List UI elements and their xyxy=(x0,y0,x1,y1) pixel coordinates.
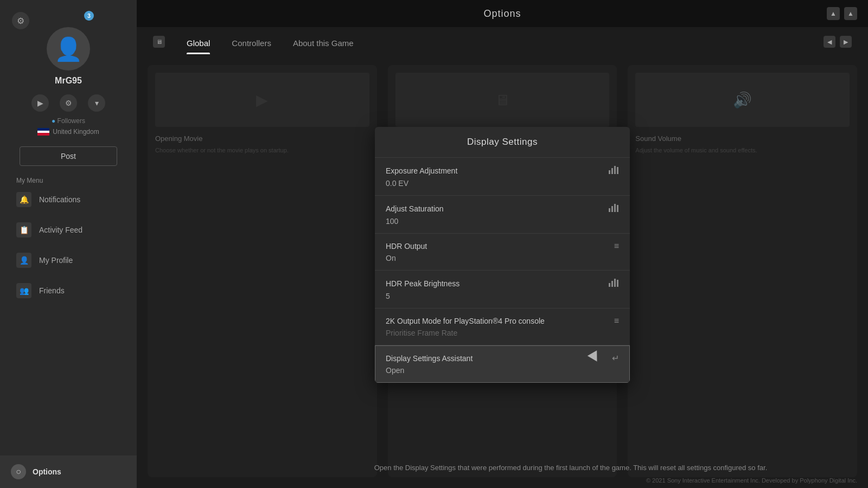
post-button[interactable]: Post xyxy=(20,146,117,166)
sidebar-item-friends[interactable]: 👥 Friends xyxy=(0,275,137,306)
svg-rect-5 xyxy=(611,206,613,212)
svg-rect-10 xyxy=(614,279,616,287)
tab-right-icon-right[interactable]: ▶ xyxy=(840,36,852,48)
display-tab-icon: 🖥 xyxy=(153,36,165,48)
dialog-title: Display Settings xyxy=(375,127,630,158)
controllers-tab-label: Controllers xyxy=(232,38,271,48)
my-menu-heading: My Menu xyxy=(0,177,43,184)
assistant-value: Open xyxy=(386,366,619,375)
dialog-row-2k-output[interactable]: 2K Output Mode for PlayStation®4 Pro con… xyxy=(375,309,630,345)
hdr-output-label: HDR Output xyxy=(386,242,427,251)
svg-rect-3 xyxy=(617,167,618,174)
svg-rect-1 xyxy=(611,168,613,174)
top-icon-right[interactable]: ▲ xyxy=(844,7,857,20)
notifications-label: Notifications xyxy=(39,195,80,204)
sidebar: ⚙ 3 👤 MrG95 ▶ ⚙ ▾ ● Followers United Kin… xyxy=(0,0,137,488)
gear-button[interactable]: ⚙ xyxy=(12,12,29,29)
flag-icon xyxy=(37,128,49,136)
page-title: Options xyxy=(483,8,521,20)
sidebar-action-icons: ▶ ⚙ ▾ xyxy=(31,94,105,112)
dialog-row-top-saturation: Adjust Saturation xyxy=(386,203,619,214)
tab-about[interactable]: About this Game xyxy=(293,38,354,54)
exposure-value: 0.0 EV xyxy=(386,179,619,188)
location-text: United Kingdom xyxy=(53,128,99,136)
dialog-row-top-hdr-brightness: HDR Peak Brightness xyxy=(386,278,619,289)
dialog-row-exposure[interactable]: Exposure Adjustment 0.0 EV xyxy=(375,158,630,196)
options-circle-icon[interactable]: ○ xyxy=(11,464,26,479)
saturation-label: Adjust Saturation xyxy=(386,204,444,213)
about-tab-label: About this Game xyxy=(293,38,354,48)
2k-output-label: 2K Output Mode for PlayStation®4 Pro con… xyxy=(386,317,545,325)
tabs-bar: 🖥 Global Controllers About this Game ◀ ▶ xyxy=(137,27,868,54)
top-icon-left[interactable]: ▲ xyxy=(827,7,840,20)
hdr-output-value: On xyxy=(386,254,619,262)
hdr-brightness-icon xyxy=(608,278,619,289)
hdr-output-icon: ≡ xyxy=(614,241,619,251)
top-bar: Options ▲ ▲ xyxy=(137,0,868,27)
friends-icon: 👥 xyxy=(16,283,31,298)
dialog-row-assistant[interactable]: Display Settings Assistant ↵ Open xyxy=(375,345,630,383)
username-label: MrG95 xyxy=(55,76,82,86)
friends-label: Friends xyxy=(39,286,65,295)
activity-feed-icon: 📋 xyxy=(16,222,31,237)
assistant-label: Display Settings Assistant xyxy=(386,354,473,363)
top-bar-right: ▲ ▲ xyxy=(827,7,857,20)
settings-icon[interactable]: ⚙ xyxy=(60,94,77,112)
2k-output-icon: ≡ xyxy=(614,316,619,326)
avatar[interactable]: 👤 xyxy=(47,27,90,70)
options-label: Options xyxy=(33,467,61,476)
notifications-icon: 🔔 xyxy=(16,192,31,207)
svg-rect-6 xyxy=(614,204,616,212)
main-content: Options ▲ ▲ 🖥 Global Controllers About t… xyxy=(137,0,868,488)
hdr-brightness-value: 5 xyxy=(386,292,619,300)
svg-rect-7 xyxy=(617,205,618,212)
dialog-row-top-assistant: Display Settings Assistant ↵ xyxy=(386,353,619,363)
gear-icon: ⚙ xyxy=(12,12,29,29)
sidebar-item-notifications[interactable]: 🔔 Notifications xyxy=(0,184,137,215)
svg-rect-9 xyxy=(611,281,613,287)
tab-global[interactable]: Global xyxy=(187,38,210,54)
svg-rect-4 xyxy=(609,208,610,212)
2k-output-value: Prioritise Frame Rate xyxy=(386,329,619,337)
dialog-row-top-hdr-output: HDR Output ≡ xyxy=(386,241,619,251)
exposure-label: Exposure Adjustment xyxy=(386,166,457,175)
dialog-row-hdr-brightness[interactable]: HDR Peak Brightness 5 xyxy=(375,271,630,309)
tab-controllers[interactable]: Controllers xyxy=(232,38,271,54)
svg-rect-0 xyxy=(609,170,610,174)
dialog-row-hdr-output[interactable]: HDR Output ≡ On xyxy=(375,234,630,271)
saturation-icon xyxy=(608,203,619,214)
activity-feed-label: Activity Feed xyxy=(39,226,82,234)
followers-label: ● Followers xyxy=(52,117,85,125)
svg-rect-8 xyxy=(609,283,610,287)
dialog-overlay: Display Settings Exposure Adjustment 0.0… xyxy=(137,54,868,455)
saturation-value: 100 xyxy=(386,217,619,226)
assistant-icon: ↵ xyxy=(612,353,619,363)
my-profile-label: My Profile xyxy=(39,256,73,265)
dialog-row-top-exposure: Exposure Adjustment xyxy=(386,165,619,176)
dialog-row-saturation[interactable]: Adjust Saturation 100 xyxy=(375,196,630,234)
tab-right-icon-left[interactable]: ◀ xyxy=(824,36,835,48)
sidebar-item-my-profile[interactable]: 👤 My Profile xyxy=(0,245,137,275)
copyright-text: © 2021 Sony Interactive Entertainment In… xyxy=(646,477,857,484)
sidebar-item-activity-feed[interactable]: 📋 Activity Feed xyxy=(0,215,137,245)
my-profile-icon: 👤 xyxy=(16,253,31,268)
bottom-options-bar: ○ Options xyxy=(0,455,137,488)
display-settings-dialog: Display Settings Exposure Adjustment 0.0… xyxy=(375,127,630,383)
hdr-brightness-label: HDR Peak Brightness xyxy=(386,279,459,288)
tooltip-text: Open the Display Settings that were perf… xyxy=(273,464,868,472)
dialog-row-top-2k-output: 2K Output Mode for PlayStation®4 Pro con… xyxy=(386,316,619,326)
location-row: United Kingdom xyxy=(37,128,99,136)
play-icon[interactable]: ▶ xyxy=(31,94,49,112)
tab-display[interactable]: 🖥 xyxy=(153,36,165,54)
avatar-icon: 👤 xyxy=(54,36,82,62)
global-tab-label: Global xyxy=(187,38,210,48)
svg-rect-11 xyxy=(617,280,618,287)
svg-rect-2 xyxy=(614,166,616,174)
chevron-down-icon[interactable]: ▾ xyxy=(88,94,105,112)
exposure-icon xyxy=(608,165,619,176)
notification-badge: 3 xyxy=(84,11,94,21)
